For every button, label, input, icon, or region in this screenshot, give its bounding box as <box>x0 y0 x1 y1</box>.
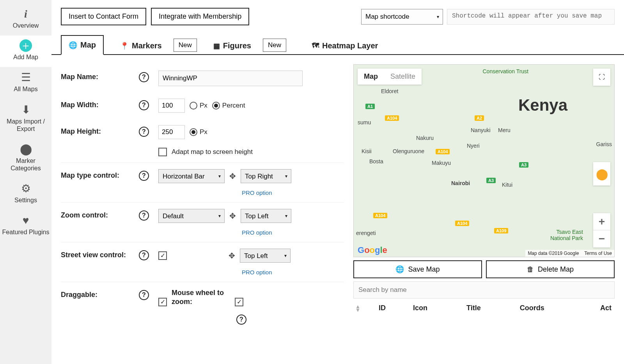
download-icon: ⬇ <box>2 103 50 116</box>
fullscreen-icon: ⛶ <box>599 74 605 81</box>
map-type-select[interactable]: Horizontal Bar <box>158 169 225 183</box>
col-id[interactable]: ID <box>379 304 386 312</box>
city-label: sumu <box>358 119 371 125</box>
satellite-view-button[interactable]: Satellite <box>384 69 422 85</box>
google-logo: Google <box>358 245 387 255</box>
map-type-control-label: Map type control: <box>61 169 139 180</box>
draggable-checkbox[interactable] <box>158 298 167 306</box>
map-type-control: Map Satellite <box>358 69 422 85</box>
tab-map[interactable]: 🌐 Map <box>61 35 104 55</box>
col-coords[interactable]: Coords <box>520 304 544 312</box>
road-badge: A2 <box>475 115 484 121</box>
pro-option-link[interactable]: PRO option <box>242 189 344 196</box>
delete-map-button[interactable]: 🗑 Delete Map <box>486 260 615 278</box>
sidebar-item-all-maps[interactable]: ☰ All Maps <box>0 67 51 99</box>
wheel-zoom-label: Mouse wheel to zoom: <box>172 288 230 307</box>
tab-label: Map <box>80 41 96 49</box>
shortcode-type-select[interactable]: Map shortcode <box>361 9 443 25</box>
list-icon: ☰ <box>2 71 50 84</box>
form-panel: Map Name: ? Map Width: ? Px Percent <box>61 64 344 347</box>
map-preview[interactable]: Map Satellite ⛶ ⬤ + − Kenya Conservation… <box>353 64 615 257</box>
sidebar-item-settings[interactable]: ⚙ Settings <box>0 178 51 210</box>
map-width-input[interactable] <box>158 99 185 113</box>
search-markers-input[interactable] <box>353 281 615 299</box>
road-badge: A109 <box>494 228 508 233</box>
road-badge: A3 <box>486 178 496 183</box>
tab-label: Heatmap Layer <box>322 41 378 50</box>
sidebar-item-add-map[interactable]: ＋ Add Map <box>0 35 51 67</box>
col-title[interactable]: Title <box>466 304 481 312</box>
help-icon[interactable]: ? <box>139 210 149 221</box>
sidebar-item-import-export[interactable]: ⬇ Maps Import / Export <box>0 99 51 139</box>
street-view-checkbox[interactable] <box>158 251 167 260</box>
sidebar: i Overview ＋ Add Map ☰ All Maps ⬇ Maps I… <box>0 0 51 364</box>
tab-figures[interactable]: ▦ Figures <box>206 37 258 55</box>
city-label: Nanyuki <box>471 127 491 133</box>
col-actions[interactable]: Act <box>600 304 612 312</box>
help-icon[interactable]: ? <box>139 127 149 137</box>
draggable-label: Draggable: <box>61 288 139 299</box>
width-px-radio[interactable]: Px <box>190 102 207 110</box>
sidebar-label: Add Map <box>2 53 50 61</box>
sidebar-item-featured-plugins[interactable]: ♥ Featured Plugins <box>0 210 51 242</box>
globe-icon: 🌐 <box>69 41 77 49</box>
pegman-button[interactable]: ⬤ <box>593 162 610 186</box>
street-view-position-select[interactable]: Top Left <box>240 249 291 263</box>
tab-bar: 🌐 Map 📍 Markers New ▦ Figures New 🗺 Heat… <box>51 32 624 55</box>
adapt-height-checkbox[interactable] <box>158 148 167 156</box>
map-view-button[interactable]: Map <box>358 69 384 85</box>
shapes-icon: ▦ <box>213 42 220 50</box>
street-view-label: Street view control: <box>61 249 139 259</box>
height-px-radio[interactable]: Px <box>190 128 207 136</box>
new-figure-button[interactable]: New <box>263 39 286 52</box>
pro-option-link[interactable]: PRO option <box>242 229 344 236</box>
insert-contact-form-button[interactable]: Insert to Contact Form <box>61 8 146 25</box>
zoom-in-button[interactable]: + <box>593 213 610 230</box>
tab-markers[interactable]: 📍 Markers <box>113 37 169 55</box>
radio-icon <box>190 102 197 110</box>
map-height-input[interactable] <box>158 125 185 139</box>
move-icon[interactable]: ✥ <box>229 171 236 181</box>
integrate-membership-button[interactable]: Integrate with Membership <box>151 8 249 25</box>
map-type-position-select[interactable]: Top Right <box>241 169 291 183</box>
help-icon[interactable]: ? <box>139 290 149 300</box>
col-icon[interactable]: Icon <box>413 304 427 312</box>
city-label: Nyeri <box>467 143 480 149</box>
sidebar-item-overview[interactable]: i Overview <box>0 4 51 35</box>
tab-heatmap[interactable]: 🗺 Heatmap Layer <box>305 37 385 55</box>
new-marker-button[interactable]: New <box>174 39 197 52</box>
pro-option-link[interactable]: PRO option <box>242 269 344 276</box>
help-icon[interactable]: ? <box>139 100 149 110</box>
help-icon[interactable]: ? <box>236 315 246 325</box>
map-name-input[interactable] <box>158 71 303 86</box>
country-label: Kenya <box>518 96 567 115</box>
road-badge: A104 <box>373 213 387 218</box>
help-icon[interactable]: ? <box>139 171 149 181</box>
terms-link[interactable]: Terms of Use <box>584 251 612 256</box>
map-width-label: Map Width: <box>61 99 139 109</box>
wheel-zoom-checkbox[interactable] <box>235 298 243 306</box>
marker-icon: ⬤ <box>2 143 50 155</box>
move-icon[interactable]: ✥ <box>229 251 235 260</box>
move-icon[interactable]: ✥ <box>229 211 236 221</box>
sort-icon[interactable]: ▴▾ <box>356 305 359 311</box>
sidebar-item-marker-categories[interactable]: ⬤ Marker Categories <box>0 139 51 178</box>
zoom-control-label: Zoom control: <box>61 209 139 219</box>
tab-label: Markers <box>132 41 162 50</box>
zoom-select[interactable]: Default <box>158 209 225 223</box>
sidebar-label: Settings <box>2 196 50 204</box>
width-percent-radio[interactable]: Percent <box>212 102 245 110</box>
trash-icon: 🗑 <box>527 265 534 274</box>
zoom-out-button[interactable]: − <box>593 230 610 247</box>
map-height-label: Map Height: <box>61 125 139 136</box>
markers-table-header: ▴▾ ID Icon Title Coords Act <box>353 299 615 318</box>
place-label: Tsavo East National Park <box>540 229 583 241</box>
adapt-height-label: Adapt map to screen height <box>172 148 253 156</box>
help-icon[interactable]: ? <box>139 250 149 260</box>
zoom-position-select[interactable]: Top Left <box>241 209 291 223</box>
help-icon[interactable]: ? <box>139 72 149 82</box>
save-map-button[interactable]: 🌐 Save Map <box>353 260 482 278</box>
plus-circle-icon: ＋ <box>20 39 32 52</box>
fullscreen-button[interactable]: ⛶ <box>593 69 610 86</box>
city-label: Gariss <box>596 141 612 147</box>
